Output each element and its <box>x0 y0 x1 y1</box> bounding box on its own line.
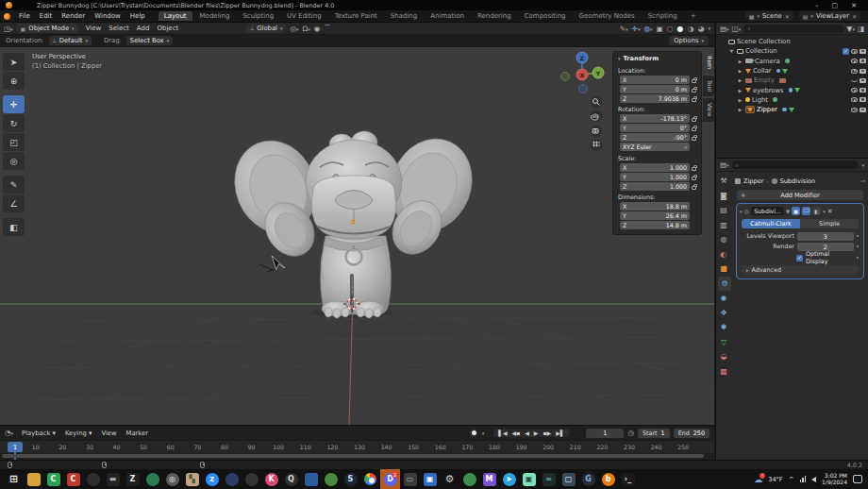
tray-chevron-icon[interactable]: ^ <box>789 476 794 483</box>
disable-render-camera-icon[interactable] <box>860 97 866 102</box>
outliner-item-label[interactable]: Collection <box>745 47 777 55</box>
expander-icon[interactable]: ▶ <box>737 88 743 93</box>
transform-tool[interactable]: ◎ <box>3 152 25 170</box>
minimize-button[interactable]: – <box>815 2 819 9</box>
properties-constraints-tab[interactable]: ✥ <box>716 306 731 321</box>
workspace-tab-shading[interactable]: Shading <box>385 11 423 21</box>
gizmo-axis-neg-y[interactable] <box>561 73 570 81</box>
move-tool[interactable]: ✛ <box>3 95 25 113</box>
disable-render-camera-icon[interactable] <box>860 88 866 93</box>
timeline-menu-marker[interactable]: Marker <box>122 430 154 437</box>
annotate-tool[interactable]: ✎ <box>3 176 25 194</box>
workspace-tab-animation[interactable]: Animation <box>425 11 470 21</box>
red-c-app-icon[interactable]: C <box>63 469 83 489</box>
rotate-tool[interactable]: ↻ <box>3 114 25 132</box>
photos-icon[interactable]: ▣ <box>420 469 440 489</box>
catmull-clark-button[interactable]: Catmull-Clark <box>742 219 800 228</box>
shading-solid-icon[interactable]: ● <box>677 25 684 33</box>
add-cube-tool[interactable]: ◧ <box>3 218 25 236</box>
viewport-canvas[interactable]: Z Y X <box>0 47 714 425</box>
properties-render-tab[interactable]: ◙ <box>716 189 731 204</box>
menu-render[interactable]: Render <box>57 12 90 20</box>
animate-dot-icon[interactable] <box>857 245 860 248</box>
outliner-display-mode-icon[interactable]: ▤▾ <box>720 25 729 33</box>
timeline-editor-type-icon[interactable]: ◔▾ <box>5 429 13 437</box>
properties-world-tab[interactable]: ◐ <box>716 247 731 262</box>
weather-icon[interactable]: ☁! <box>754 475 762 484</box>
delete-modifier-icon[interactable]: ✕ <box>827 208 833 215</box>
frame-end-field[interactable]: End250 <box>674 429 709 438</box>
timeline-menu-keying[interactable]: Keying ▾ <box>60 430 96 437</box>
xray-toggle-icon[interactable]: ▣ <box>656 25 662 33</box>
outliner-item-label[interactable]: Camera <box>755 58 780 65</box>
lock-icon[interactable] <box>692 118 696 122</box>
value-field[interactable]: Y1.000 <box>620 173 690 181</box>
epic-app-icon[interactable]: G <box>578 469 598 489</box>
n-panel-tab-tool[interactable]: Tool <box>703 76 714 96</box>
transform-orientation-dropdown[interactable]: ⟂ Global▾ <box>246 24 286 33</box>
outliner-item-label[interactable]: Collar <box>753 67 772 75</box>
edit-mode-toggle[interactable]: ▣ <box>792 207 800 215</box>
pin-icon[interactable]: ⊸ <box>860 177 865 185</box>
start-button[interactable]: ⊞ <box>4 469 24 489</box>
value-field[interactable]: Z-90° <box>620 133 690 142</box>
pivot-point-dropdown[interactable]: ◎▾ <box>290 25 298 33</box>
purple-app-icon[interactable]: M <box>479 469 499 489</box>
notification-center-icon[interactable] <box>853 475 862 483</box>
lock-icon[interactable] <box>692 127 696 131</box>
next-keyframe-button[interactable]: ▪▶ <box>541 430 553 436</box>
blue-square-icon[interactable] <box>301 469 321 489</box>
properties-search-input[interactable]: ⌕ <box>732 160 860 169</box>
properties-data-tab[interactable]: ▽ <box>716 335 731 350</box>
timeline-scrollbar[interactable] <box>0 453 714 460</box>
taskbar-clock[interactable]: 3:02 PM 1/9/2024 <box>822 473 847 486</box>
mode-dropdown[interactable]: ▣ Object Mode▾ <box>17 24 78 33</box>
properties-editor-type-icon[interactable]: ▤▾ <box>720 160 729 169</box>
gizmo-axis-neg-z[interactable] <box>579 85 588 93</box>
orientation-default-dropdown[interactable]: ⟂Default▾ <box>49 36 92 45</box>
q-app-icon[interactable]: Q <box>281 469 301 489</box>
value-field[interactable]: Y0 m <box>620 85 690 93</box>
current-frame-field[interactable]: 1 <box>586 429 624 438</box>
menu-help[interactable]: Help <box>125 12 150 20</box>
disable-render-camera-icon[interactable] <box>860 69 866 74</box>
value-field[interactable]: Z7.9038 m <box>620 94 690 103</box>
levels-viewport-field[interactable]: 3 <box>797 232 854 241</box>
viewport-menu-view[interactable]: View <box>82 25 106 32</box>
menu-window[interactable]: Window <box>90 12 125 20</box>
navigation-gizmo[interactable]: Z Y X <box>561 52 605 93</box>
gizmos-dropdown-icon[interactable]: ✛▾ <box>632 25 641 33</box>
breadcrumb-object[interactable]: Zipper <box>743 177 764 185</box>
dark-app-icon[interactable]: ▬ <box>103 469 123 489</box>
outliner-row-camera[interactable]: ▶Camera <box>720 57 866 66</box>
workspace-tab-compositing[interactable]: Compositing <box>519 11 572 21</box>
properties-tool-tab[interactable]: ⚒ <box>716 174 731 189</box>
snap-magnet-icon[interactable]: Ω▾ <box>303 25 310 33</box>
lock-icon[interactable] <box>692 137 696 141</box>
terminal-icon[interactable]: ›_ <box>618 469 638 489</box>
properties-particles-tab[interactable]: ✱ <box>716 320 731 335</box>
disable-render-camera-icon[interactable] <box>860 78 866 83</box>
value-field[interactable]: X-178.13° <box>620 114 690 123</box>
expander-icon[interactable]: ▶ <box>737 59 743 64</box>
title-bar[interactable]: Zipper Bunnydog [C:\Users\Trystan\Docume… <box>0 0 868 10</box>
expander-icon[interactable]: ▶ <box>737 97 743 103</box>
view-layer-selector[interactable]: ▤▾ ViewLayer ✕ <box>799 11 860 21</box>
properties-modifiers-tab[interactable]: ⚙ <box>718 277 731 292</box>
properties-object-tab[interactable]: ■ <box>716 261 731 277</box>
value-field[interactable]: X18.8 m <box>620 202 690 211</box>
outliner-row-scene-collection[interactable]: Scene Collection <box>720 37 866 46</box>
lock-icon[interactable] <box>692 89 696 93</box>
lock-icon[interactable] <box>692 98 696 102</box>
add-workspace-button[interactable]: + <box>685 11 702 21</box>
timeline-menu-playback[interactable]: Playback ▾ <box>17 430 60 437</box>
value-field[interactable]: X1.000 <box>620 163 690 172</box>
properties-material-tab[interactable]: ◒ <box>716 349 731 364</box>
temperature[interactable]: 34°F <box>768 476 782 483</box>
leaf-app-icon[interactable] <box>321 469 341 489</box>
timeline-menu-view[interactable]: View <box>96 430 121 437</box>
hidden-eye-icon[interactable] <box>851 78 858 82</box>
lock-icon[interactable] <box>692 186 696 190</box>
viewport-menu-add[interactable]: Add <box>133 25 154 32</box>
editor-type-icon[interactable]: ◳▾ <box>4 25 13 33</box>
